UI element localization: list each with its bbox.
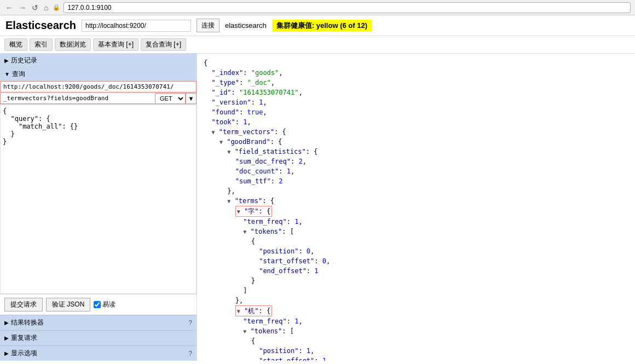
result-transform-arrow: ▶ <box>4 320 9 326</box>
display-options-help[interactable]: ? <box>188 350 192 357</box>
app-title: Elasticsearch <box>5 19 76 32</box>
tab-overview[interactable]: 概览 <box>4 38 27 51</box>
json-line-18: ▼ "tokens": [ <box>204 227 628 236</box>
json-line-29: { <box>204 336 628 346</box>
display-options-label: 显示选项 <box>11 349 37 358</box>
tab-compound-query[interactable]: 复合查询 [+] <box>141 38 186 51</box>
repeat-request-label: 重复请求 <box>11 333 37 343</box>
history-section-header[interactable]: ▶ 历史记录 <box>0 54 197 67</box>
json-line-8: ▼ "term_vectors": { <box>204 127 628 137</box>
method-dropdown-button[interactable]: ▼ <box>186 93 197 104</box>
method-select[interactable]: GET POST PUT DELETE <box>155 93 186 104</box>
json-line-24: ] <box>204 286 628 296</box>
json-line-7: "took": 1, <box>204 117 628 127</box>
json-line-15: ▼ "terms": { <box>204 196 628 206</box>
json-line-31: "start_offset": 1, <box>204 356 628 361</box>
json-line-4: "_id": "1614353070741", <box>204 88 628 97</box>
json-line-30: "position": 1, <box>204 346 628 356</box>
display-options-left: ▶ 显示选项 <box>4 349 37 358</box>
query-path-input[interactable] <box>0 93 155 104</box>
submit-button[interactable]: 提交请求 <box>4 298 43 311</box>
query-url-input[interactable] <box>0 81 197 93</box>
json-line-5: "_version": 1, <box>204 97 628 107</box>
action-row: 提交请求 验证 JSON 易读 <box>0 294 197 315</box>
main-layout: ▶ 历史记录 ▼ 查询 GET POST PUT DELETE ▼ <box>0 54 635 361</box>
json-line-27: "term_freq": 1, <box>204 316 628 326</box>
display-options-arrow: ▶ <box>4 350 9 356</box>
query-expanded-arrow: ▼ <box>4 71 10 77</box>
json-line-17: "term_freq": 1, <box>204 217 628 227</box>
validate-button[interactable]: 验证 JSON <box>46 298 90 311</box>
result-transform-label: 结果转换器 <box>11 318 44 327</box>
easy-read-text: 易读 <box>102 300 116 309</box>
json-line-23: } <box>204 276 628 286</box>
json-line-14: }, <box>204 186 628 196</box>
tab-index[interactable]: 索引 <box>30 38 53 51</box>
left-panel: ▶ 历史记录 ▼ 查询 GET POST PUT DELETE ▼ <box>0 54 197 361</box>
app-header: Elasticsearch 连接 elasticsearch 集群健康值: ye… <box>0 15 635 36</box>
query-section-header[interactable]: ▼ 查询 <box>0 67 197 81</box>
query-body[interactable]: { "query": { "match_all": {} } } <box>0 105 197 294</box>
right-panel: { "_index": "goods", "_type": "_doc", "_… <box>197 54 635 361</box>
tab-data-browse[interactable]: 数据浏览 <box>55 38 91 51</box>
term-ji-box: ▼ "机": { <box>235 305 272 316</box>
connect-button[interactable]: 连接 <box>197 19 220 32</box>
repeat-request-row[interactable]: ▶ 重复请求 <box>0 330 197 345</box>
json-line-12: "doc_count": 1, <box>204 166 628 176</box>
tab-basic-query[interactable]: 基本查询 [+] <box>93 38 138 51</box>
nav-tabs: 概览 索引 数据浏览 基本查询 [+] 复合查询 [+] <box>0 36 635 54</box>
query-label: 查询 <box>12 70 25 79</box>
json-line-19: { <box>204 236 628 246</box>
back-button[interactable]: ← <box>4 3 14 12</box>
easy-read-label[interactable]: 易读 <box>94 300 116 309</box>
repeat-request-left: ▶ 重复请求 <box>4 333 37 343</box>
repeat-request-arrow: ▶ <box>4 335 9 341</box>
json-line-16: ▼ "字": { <box>204 206 628 217</box>
term-zi-box: ▼ "字": { <box>235 206 272 217</box>
history-label: 历史记录 <box>11 56 37 65</box>
json-line-9: ▼ "goodBrand": { <box>204 137 628 147</box>
health-badge: 集群健康值: yellow (6 of 12) <box>272 20 372 32</box>
refresh-button[interactable]: ↺ <box>31 3 39 12</box>
json-line-2: "_index": "goods", <box>204 68 628 78</box>
home-button[interactable]: ⌂ <box>43 3 49 12</box>
browser-chrome: ← → ↺ ⌂ 🔒 <box>0 0 635 15</box>
result-transform-row[interactable]: ▶ 结果转换器 ? <box>0 315 197 330</box>
browser-url-input[interactable] <box>64 2 631 13</box>
forward-button[interactable]: → <box>18 3 27 12</box>
secure-icon: 🔒 <box>53 4 60 11</box>
cluster-name: elasticsearch <box>225 21 267 30</box>
json-line-3: "_type": "_doc", <box>204 78 628 88</box>
result-transform-help[interactable]: ? <box>188 319 192 327</box>
history-collapsed-arrow: ▶ <box>4 57 9 63</box>
display-options-row[interactable]: ▶ 显示选项 ? <box>0 345 197 361</box>
json-line-21: "start_offset": 0, <box>204 256 628 266</box>
json-line-22: "end_offset": 1 <box>204 266 628 276</box>
server-url-input[interactable] <box>82 20 191 32</box>
easy-read-checkbox[interactable] <box>94 301 101 308</box>
json-line-1: { <box>204 58 628 68</box>
result-transform-left: ▶ 结果转换器 <box>4 318 44 327</box>
json-line-10: ▼ "field_statistics": { <box>204 147 628 157</box>
json-line-25: }, <box>204 296 628 305</box>
json-line-28: ▼ "tokens": [ <box>204 326 628 336</box>
query-textarea[interactable]: { "query": { "match_all": {} } } <box>1 105 196 293</box>
query-section: GET POST PUT DELETE ▼ { "query": { "matc… <box>0 81 197 315</box>
query-url-row <box>0 81 197 93</box>
json-line-26: ▼ "机": { <box>204 305 628 316</box>
json-line-20: "position": 0, <box>204 246 628 256</box>
json-line-6: "found": true, <box>204 107 628 117</box>
json-line-11: "sum_doc_freq": 2, <box>204 157 628 166</box>
json-line-13: "sum_ttf": 2 <box>204 176 628 186</box>
